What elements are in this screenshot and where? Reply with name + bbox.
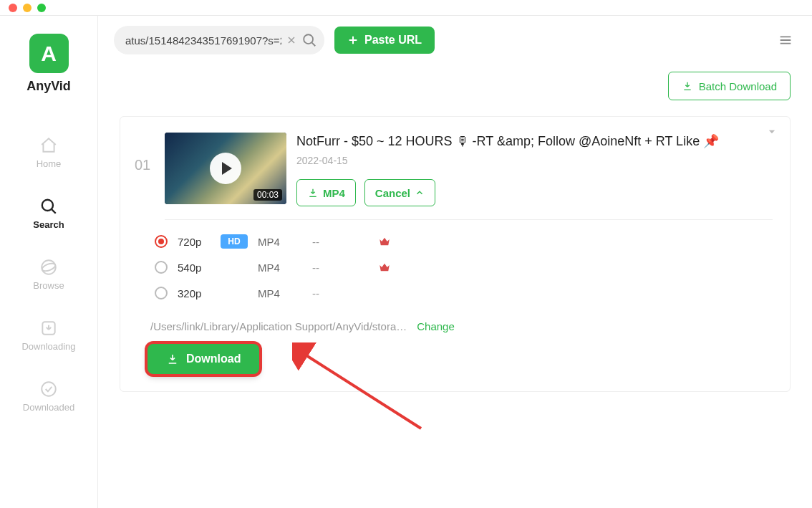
quality-size: --: [312, 287, 378, 299]
sidebar: A AnyVid Home Search Browse Downlo: [0, 16, 98, 508]
quality-label: 720p: [178, 236, 221, 248]
browse-icon: [39, 257, 59, 277]
download-button[interactable]: Download: [148, 344, 259, 374]
search-icon: [39, 196, 59, 216]
main-content: Paste URL Batch Download 01: [98, 16, 812, 508]
app-name-label: AnyVid: [26, 79, 71, 94]
batch-download-button[interactable]: Batch Download: [668, 72, 791, 100]
quality-label: 320p: [178, 287, 221, 299]
url-search-input[interactable]: [125, 34, 281, 47]
save-path-text: /Users/link/Library/Application Support/…: [150, 320, 407, 332]
home-icon: [39, 135, 59, 155]
radio-icon: [155, 261, 168, 274]
app-logo-icon: A: [29, 34, 69, 73]
chevron-up-icon: [415, 188, 425, 198]
result-index: 01: [130, 133, 155, 206]
download-label: Download: [186, 353, 241, 365]
sidebar-item-downloading[interactable]: Downloading: [0, 311, 97, 372]
cancel-label: Cancel: [375, 187, 410, 199]
window-zoom-button[interactable]: [37, 4, 46, 12]
radio-icon: [155, 235, 168, 248]
format-mp4-label: MP4: [323, 187, 345, 199]
svg-point-4: [42, 382, 56, 396]
collapse-icon[interactable]: [767, 127, 777, 137]
search-icon[interactable]: [301, 32, 317, 48]
sidebar-item-label: Downloading: [0, 341, 97, 352]
sidebar-item-label: Search: [0, 219, 97, 230]
quality-option-720p[interactable]: 720p HD MP4 --: [155, 229, 773, 254]
quality-label: 540p: [178, 262, 221, 274]
radio-icon: [155, 287, 168, 299]
clear-input-icon[interactable]: [286, 34, 297, 46]
divider: [165, 219, 773, 220]
sidebar-item-home[interactable]: Home: [0, 128, 97, 189]
window-close-button[interactable]: [9, 4, 17, 12]
result-card: 01 00:03 NotFurr - $50 ~ 12 HOURS 🎙 -RT …: [120, 116, 791, 392]
crown-icon: [378, 261, 391, 274]
sidebar-item-downloaded[interactable]: Downloaded: [0, 372, 97, 433]
video-title: NotFurr - $50 ~ 12 HOURS 🎙 -RT &amp; Fol…: [296, 133, 773, 150]
quality-format: MP4: [258, 287, 312, 299]
hd-badge: HD: [221, 234, 248, 249]
quality-format: MP4: [258, 236, 312, 248]
quality-options-list: 720p HD MP4 -- 540p MP4 --: [155, 229, 773, 306]
sidebar-item-label: Browse: [0, 280, 97, 291]
batch-download-label: Batch Download: [699, 80, 777, 92]
video-duration: 00:03: [253, 189, 282, 201]
download-icon: [682, 80, 693, 92]
svg-point-0: [42, 200, 53, 211]
cancel-button[interactable]: Cancel: [364, 179, 435, 206]
sidebar-item-search[interactable]: Search: [0, 189, 97, 250]
hamburger-menu-icon[interactable]: [772, 27, 799, 54]
crown-icon: [378, 235, 391, 248]
download-icon: [166, 353, 179, 365]
format-mp4-button[interactable]: MP4: [296, 179, 356, 206]
plus-icon: [347, 34, 359, 46]
video-date: 2022-04-15: [296, 155, 773, 166]
window-titlebar: [0, 0, 812, 16]
window-minimize-button[interactable]: [23, 4, 32, 12]
top-toolbar: Paste URL: [98, 16, 812, 62]
downloaded-icon: [39, 379, 59, 399]
paste-url-label: Paste URL: [364, 34, 422, 47]
quality-format: MP4: [258, 262, 312, 274]
sidebar-item-label: Home: [0, 158, 97, 169]
change-path-link[interactable]: Change: [417, 320, 455, 332]
sidebar-item-browse[interactable]: Browse: [0, 250, 97, 311]
play-button[interactable]: [210, 153, 241, 184]
quality-option-540p[interactable]: 540p MP4 --: [155, 254, 773, 280]
app-logo-block: A AnyVid: [26, 34, 71, 94]
play-icon: [222, 162, 232, 175]
quality-size: --: [312, 236, 378, 248]
quality-size: --: [312, 262, 378, 274]
video-thumbnail[interactable]: 00:03: [165, 133, 286, 204]
download-icon: [307, 187, 319, 198]
quality-option-320p[interactable]: 320p MP4 --: [155, 280, 773, 306]
svg-point-5: [304, 34, 313, 44]
paste-url-button[interactable]: Paste URL: [334, 27, 435, 54]
downloading-icon: [39, 318, 59, 338]
save-path-row: /Users/link/Library/Application Support/…: [150, 320, 773, 332]
sub-toolbar: Batch Download: [98, 62, 812, 106]
sidebar-item-label: Downloaded: [0, 402, 97, 413]
search-field-wrap: [114, 26, 324, 54]
